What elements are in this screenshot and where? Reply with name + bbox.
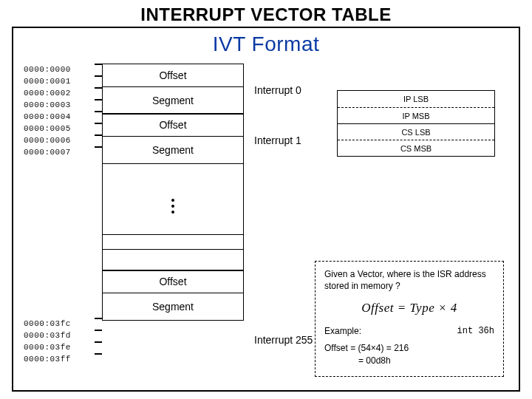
address-list-bottom: 0000:03fc 0000:03fd 0000:03fe 0000:03ff: [24, 318, 71, 365]
example-code: int 36h: [457, 326, 494, 336]
memory-address: 0000:0006: [24, 134, 71, 146]
memory-address: 0000:03fd: [24, 330, 71, 341]
formula-result-line: = 00d8h: [324, 355, 494, 367]
formula-result: Offset = (54×4) = 216 = 00d8h: [324, 342, 494, 367]
formula-question: Given a Vector, where is the ISR address…: [324, 269, 494, 292]
memory-address: 0000:0000: [24, 64, 71, 75]
memory-column: Offset Segment Offset Segment Offset Seg…: [102, 64, 244, 321]
ivt-entry-offset: Offset: [102, 113, 244, 137]
byte-row-ip-lsb: IP LSB: [338, 91, 494, 107]
ivt-entry-offset: Offset: [102, 270, 244, 293]
byte-row-cs-msb: CS MSB: [338, 140, 494, 156]
diagram-canvas: IVT Format 0000:0000 0000:0001 0000:0002…: [12, 27, 520, 392]
formula-equation: Offset = Type × 4: [324, 301, 494, 316]
ivt-spacer: [102, 163, 244, 177]
memory-address: 0000:0004: [24, 111, 71, 123]
interrupt-label-1: Interrupt 1: [254, 134, 301, 146]
ivt-entry-offset: Offset: [102, 64, 244, 87]
address-list-top: 0000:0000 0000:0001 0000:0002 0000:0003 …: [24, 64, 71, 158]
memory-address: 0000:03ff: [24, 353, 71, 365]
memory-address: 0000:0003: [24, 99, 71, 111]
byte-row-ip-msb: IP MSB: [338, 107, 494, 123]
byte-row-cs-lsb: CS LSB: [338, 123, 494, 140]
memory-address: 0000:03fc: [24, 318, 71, 330]
page-title: INTERRUPT VECTOR TABLE: [0, 0, 532, 27]
ellipsis: [102, 177, 244, 235]
subtitle: IVT Format: [13, 33, 519, 56]
interrupt-label-255: Interrupt 255: [254, 334, 313, 346]
ivt-entry-segment: Segment: [102, 293, 244, 321]
memory-address: 0000:0002: [24, 87, 71, 99]
ivt-entry-segment: Segment: [102, 86, 244, 115]
interrupt-label-0: Interrupt 0: [254, 84, 301, 96]
ivt-entry-segment: Segment: [102, 136, 244, 164]
memory-address: 0000:0007: [24, 146, 71, 158]
example-label: Example:: [324, 326, 361, 336]
ivt-entry-bytes-table: IP LSB IP MSB CS LSB CS MSB: [337, 90, 495, 157]
ivt-spacer: [102, 235, 244, 250]
memory-address: 0000:0001: [24, 75, 71, 87]
ivt-blank: [102, 249, 244, 271]
formula-box: Given a Vector, where is the ISR address…: [315, 261, 504, 377]
formula-result-line: Offset = (54×4) = 216: [324, 342, 494, 355]
memory-address: 0000:03fe: [24, 341, 71, 353]
memory-address: 0000:0005: [24, 123, 71, 134]
